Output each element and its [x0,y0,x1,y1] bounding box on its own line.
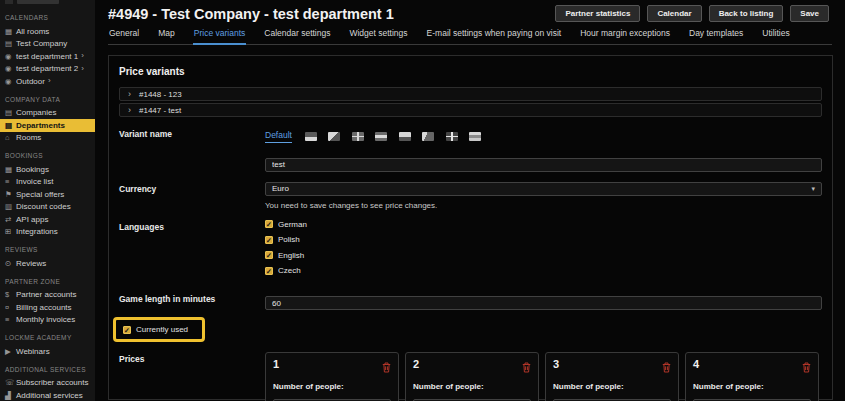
tab-map[interactable]: Map [157,25,176,44]
tab-widget-settings[interactable]: Widget settings [348,25,408,44]
sidebar-item-test-department-1[interactable]: ◉ test department 1 › [0,50,95,63]
integrations-icon: ⊞ [5,227,16,236]
flag-2-icon[interactable] [328,132,340,141]
sidebar-item-all-rooms[interactable]: ▦ All rooms [0,25,95,38]
flag-8-icon[interactable] [469,132,481,141]
currency-select[interactable]: Euro ▾ [265,182,822,196]
game-length-label: Game length in minutes [119,292,265,311]
tab-hour-margin-exceptions[interactable]: Hour margin exceptions [579,25,671,44]
tab-price-variants[interactable]: Price variants [193,25,247,45]
services-icon: ▟ [5,391,16,400]
billing-icon: ¤ [5,303,16,312]
partner-statistics-button[interactable]: Partner statistics [555,5,640,22]
sidebar-item-partial[interactable] [0,0,95,6]
sidebar-partial-icon [5,0,13,4]
api-icon: ⇄ [5,215,16,224]
sidebar-item-invoice-list[interactable]: ≡ Invoice list [0,176,95,189]
chevron-right-icon: › [81,65,84,73]
checkbox-checked-icon[interactable]: ✓ [265,236,273,244]
sidebar-item-additional-services[interactable]: ▟ Additional services [0,389,95,401]
sidebar-item-departments[interactable]: ▤ Departments [0,119,95,132]
people-label: Number of people: [413,382,531,391]
tab-day-templates[interactable]: Day templates [688,25,744,44]
tab-default-language[interactable]: Default [265,130,292,143]
variant-accordion-row[interactable]: › #1448 - 123 [119,87,822,101]
sidebar-item-test-company[interactable]: ▤ Test Company [0,38,95,51]
language-label: Czech [278,266,301,275]
sidebar-item-companies[interactable]: ▤ Companies [0,107,95,120]
topbar-buttons: Partner statistics Calendar Back to list… [548,5,829,22]
sidebar-item-subscriber-accounts[interactable]: ☏ Subscriber accounts [0,377,95,390]
page-title: #4949 - Test Company - test department 1 [108,6,394,22]
flag-7-icon[interactable] [446,132,458,141]
currently-used-checkbox-row[interactable]: ✓ Currently used [123,325,188,334]
language-label: German [278,220,307,229]
sidebar-item-monthly-invoices[interactable]: ≡ Monthly invoices [0,314,95,327]
sidebar-section-bookings: BOOKINGS ▦ Bookings ≡ Invoice list ⚑ Spe… [0,152,95,238]
checkbox-checked-icon[interactable]: ✓ [265,220,273,228]
sidebar-item-billing-accounts[interactable]: ¤ Billing accounts [0,301,95,314]
sidebar-item-rooms[interactable]: ⌂ Rooms [0,132,95,145]
main-area: #4949 - Test Company - test department 1… [95,0,845,401]
flag-5-icon[interactable] [399,132,411,141]
offer-icon: ⚑ [5,190,16,199]
sidebar-section-lockme-academy: LOCKME ACADEMY ▶ Webinars [0,334,95,358]
game-length-input[interactable] [265,296,822,310]
sidebar-item-reviews[interactable]: ⊙ Reviews [0,257,95,270]
variant-name-input[interactable] [265,158,822,172]
sidebar-item-partner-accounts[interactable]: $ Partner accounts [0,289,95,302]
chevron-right-icon: › [81,52,84,60]
price-cards: 1 Number of people: Price € 2 Number of … [265,352,822,401]
sidebar-section-additional-services: ADDITIONAL SERVICES ☏ Subscriber account… [0,366,95,401]
tab-calendar-settings[interactable]: Calendar settings [263,25,331,44]
sidebar-section-partner-zone: PARTNER ZONE $ Partner accounts ¤ Billin… [0,278,95,327]
game-length-row: Game length in minutes [119,292,822,311]
sidebar-item-integrations[interactable]: ⊞ Integrations [0,226,95,239]
sidebar-partial-label [17,0,59,4]
sidebar-item-discount-codes[interactable]: ▥ Discount codes [0,201,95,214]
delete-price-icon[interactable] [802,359,811,377]
sidebar-section-company-data: COMPANY DATA ▤ Companies ▤ Departments ⌂… [0,96,95,145]
tab-e-mail-settings-when-paying-on-visit[interactable]: E-mail settings when paying on visit [426,25,563,44]
sidebar: CALENDARS ▦ All rooms ▤ Test Company ◉ t… [0,0,95,401]
pin-icon: ◉ [5,52,16,61]
variant-accordion-row[interactable]: › #1447 - test [119,103,822,117]
languages-row: Languages ✓ German ✓ Polish ✓ English ✓ … [119,220,822,282]
delete-price-icon[interactable] [382,359,391,377]
price-card-4: 4 Number of people: Price € [685,352,819,401]
tab-general[interactable]: General [108,25,140,44]
variant-name-row: Variant name Default [119,127,822,172]
back-to-listing-button[interactable]: Back to listing [709,5,784,22]
language-checkbox-polish[interactable]: ✓ Polish [265,235,822,244]
save-button[interactable]: Save [790,5,829,22]
delete-price-icon[interactable] [662,359,671,377]
calendar-icon: ▦ [5,27,16,36]
topbar: #4949 - Test Company - test department 1… [95,0,845,22]
sidebar-item-api-apps[interactable]: ⇄ API apps [0,213,95,226]
language-checkbox-czech[interactable]: ✓ Czech [265,266,822,275]
checkbox-checked-icon[interactable]: ✓ [265,251,273,259]
variant-name-label: Variant name [119,127,265,172]
sidebar-item-webinars[interactable]: ▶ Webinars [0,345,95,358]
flag-4-icon[interactable] [375,132,387,141]
language-checkbox-english[interactable]: ✓ English [265,251,822,260]
app-window: CALENDARS ▦ All rooms ▤ Test Company ◉ t… [0,0,845,401]
sidebar-item-outdoor[interactable]: ◉ Outdoor › [0,75,95,88]
people-label: Number of people: [693,382,811,391]
sidebar-item-special-offers[interactable]: ⚑ Special offers [0,188,95,201]
tab-utilities[interactable]: Utilities [761,25,790,44]
sidebar-item-bookings[interactable]: ▦ Bookings [0,163,95,176]
checkbox-checked-icon[interactable]: ✓ [123,326,131,334]
flag-3-icon[interactable] [352,132,364,141]
annotation-highlight: ✓ Currently used [113,317,205,342]
price-card-3: 3 Number of people: Price € [545,352,679,401]
flag-6-icon[interactable] [422,132,434,141]
sidebar-item-test-department-2[interactable]: ◉ test department 2 › [0,63,95,76]
sidebar-section-title: LOCKME ACADEMY [0,334,95,341]
calendar-button[interactable]: Calendar [647,5,701,22]
department-icon: ▤ [5,121,16,130]
checkbox-checked-icon[interactable]: ✓ [265,267,273,275]
language-checkbox-german[interactable]: ✓ German [265,220,822,229]
flag-1-icon[interactable] [305,132,317,141]
delete-price-icon[interactable] [522,359,531,377]
